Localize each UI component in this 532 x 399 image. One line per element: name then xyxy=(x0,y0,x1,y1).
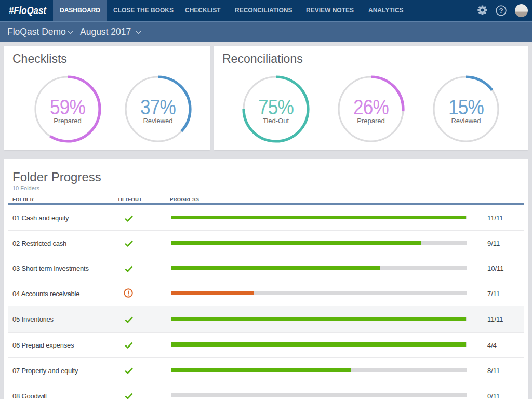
svg-text:?: ? xyxy=(499,7,503,15)
